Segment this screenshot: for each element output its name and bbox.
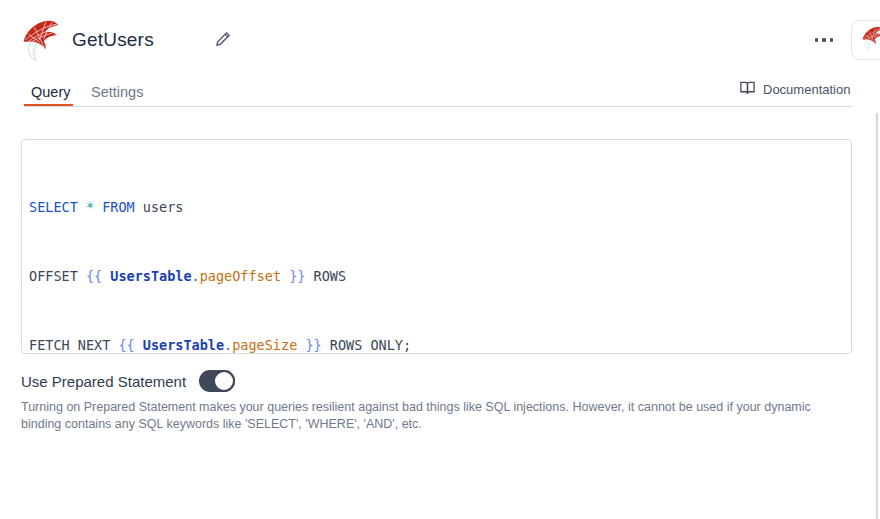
code-token: SELECT xyxy=(29,199,78,215)
code-line: OFFSET {{ UsersTable.pageOffset }} ROWS xyxy=(29,265,844,288)
tab-settings[interactable]: Settings xyxy=(84,77,150,107)
code-token: }} xyxy=(305,337,321,353)
tab-query[interactable]: Query xyxy=(24,77,78,107)
code-token: {{ xyxy=(86,268,102,284)
code-token: {{ xyxy=(118,337,134,353)
prepared-statement-help-text: Turning on Prepared Statement makes your… xyxy=(21,399,823,432)
code-token: users xyxy=(135,199,184,215)
code-token: FROM xyxy=(102,199,135,215)
sql-server-logo xyxy=(21,17,61,63)
documentation-link[interactable]: Documentation xyxy=(739,80,850,99)
code-token: OFFSET xyxy=(29,268,86,284)
sql-server-icon xyxy=(861,25,880,55)
toggle-knob xyxy=(213,370,235,392)
code-line: SELECT * FROM users xyxy=(29,196,844,219)
query-name: GetUsers xyxy=(72,29,154,51)
prepared-statement-row: Use Prepared Statement xyxy=(21,370,235,392)
more-options-icon xyxy=(815,38,819,42)
code-token: ROWS ONLY; xyxy=(322,337,411,353)
more-options-button[interactable] xyxy=(811,32,837,48)
edit-name-button[interactable] xyxy=(212,29,234,51)
prepared-statement-label: Use Prepared Statement xyxy=(21,373,186,390)
sql-query-editor[interactable]: SELECT * FROM users OFFSET {{ UsersTable… xyxy=(21,139,852,354)
code-token: UsersTable xyxy=(143,337,224,353)
code-token: FETCH NEXT xyxy=(29,337,118,353)
code-line: FETCH NEXT {{ UsersTable.pageSize }} ROW… xyxy=(29,334,844,354)
code-token: }} xyxy=(289,268,305,284)
tab-bar-divider xyxy=(24,106,853,107)
panel-divider[interactable] xyxy=(876,113,878,519)
code-token: * xyxy=(86,199,94,215)
open-book-icon xyxy=(739,80,756,99)
pencil-icon xyxy=(214,36,232,51)
code-token: ROWS xyxy=(305,268,346,284)
code-token: UsersTable xyxy=(110,268,191,284)
code-token: pageSize xyxy=(232,337,297,353)
prepared-statement-toggle[interactable] xyxy=(199,370,235,392)
code-token: pageOffset xyxy=(200,268,281,284)
datasource-button[interactable] xyxy=(851,20,880,60)
documentation-label: Documentation xyxy=(763,82,850,97)
